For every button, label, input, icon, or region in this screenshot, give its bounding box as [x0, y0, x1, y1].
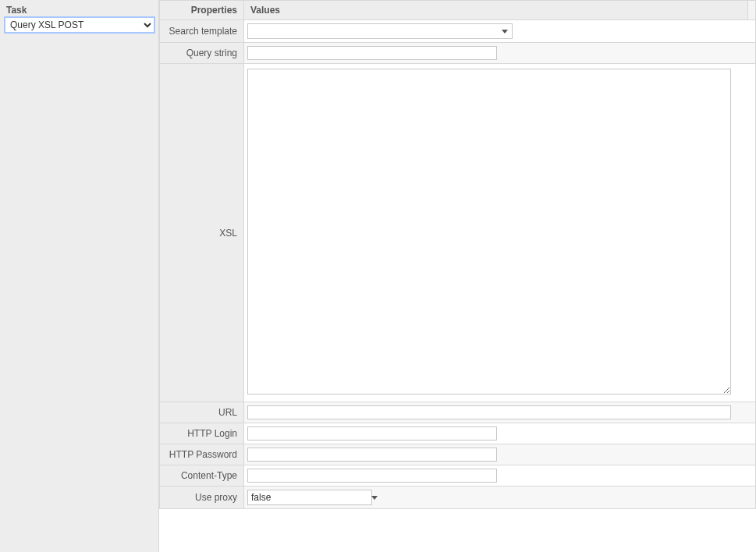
label-query-string: Query string: [160, 43, 244, 64]
app-root: Task Query XSL POST Properties Values: [0, 0, 756, 552]
use-proxy-combo[interactable]: [247, 490, 372, 505]
http-login-input[interactable]: [247, 426, 497, 441]
label-http-password: HTTP Password: [160, 444, 244, 465]
query-string-input[interactable]: [247, 46, 497, 60]
search-template-input[interactable]: [248, 24, 498, 38]
label-use-proxy: Use proxy: [160, 487, 244, 509]
search-template-combo[interactable]: [247, 23, 513, 39]
property-table: Properties Values Search template: [159, 0, 756, 509]
search-template-dropdown-button[interactable]: [498, 24, 512, 38]
task-label: Task: [6, 5, 154, 16]
xsl-textarea[interactable]: [247, 69, 731, 395]
http-password-input[interactable]: [247, 448, 497, 462]
use-proxy-dropdown-button[interactable]: [371, 490, 378, 504]
sidebar: Task Query XSL POST: [0, 0, 159, 552]
label-xsl: XSL: [160, 64, 244, 402]
chevron-down-icon: [371, 496, 378, 500]
label-http-login: HTTP Login: [160, 423, 244, 444]
url-input[interactable]: [247, 405, 731, 419]
scroll-stub: [748, 1, 756, 20]
use-proxy-input[interactable]: [248, 490, 371, 504]
header-properties: Properties: [160, 1, 244, 20]
label-content-type: Content-Type: [160, 465, 244, 487]
header-values: Values: [244, 1, 748, 20]
property-sheet: Properties Values Search template: [159, 0, 756, 552]
content-type-input[interactable]: [247, 469, 497, 483]
label-search-template: Search template: [160, 20, 244, 43]
chevron-down-icon: [502, 30, 508, 34]
task-select[interactable]: Query XSL POST: [5, 17, 154, 33]
label-url: URL: [160, 402, 244, 423]
